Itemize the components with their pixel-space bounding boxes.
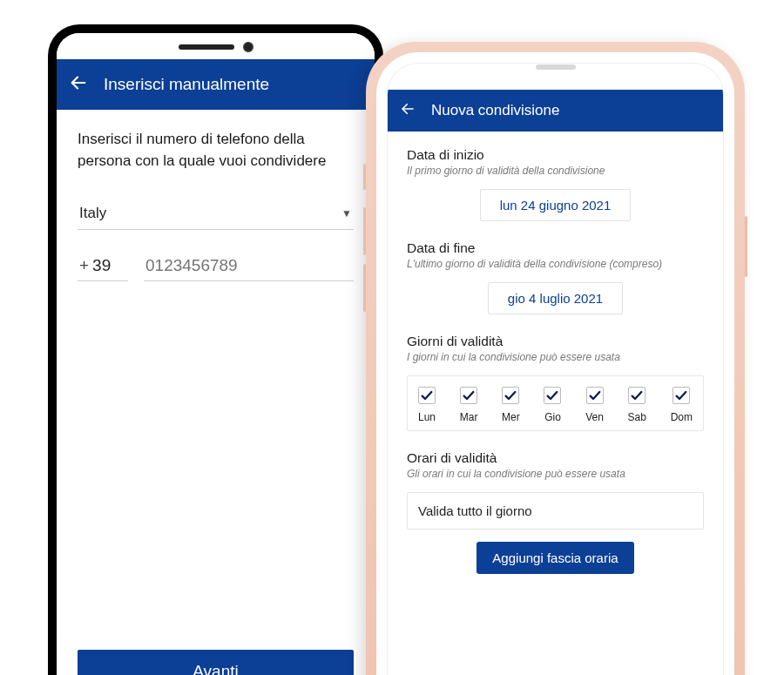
back-icon[interactable] (400, 101, 416, 120)
end-date-label: Data di fine (407, 240, 704, 256)
day-toggle: Gio (544, 387, 561, 423)
country-select-value: Italy (79, 205, 106, 222)
day-label: Ven (585, 411, 604, 423)
dial-code-field[interactable]: + 39 (78, 251, 128, 281)
day-label: Dom (671, 411, 693, 423)
valid-hours-hint: Gli orari in cui la condivisione può ess… (407, 468, 704, 480)
start-date-section: Data di inizio Il primo giorno di validi… (407, 147, 704, 221)
day-label: Lun (418, 411, 436, 423)
day-toggle: Lun (418, 387, 436, 423)
all-day-chip[interactable]: Valida tutto il giorno (407, 492, 704, 530)
instruction-text: Inserisci il numero di telefono della pe… (78, 129, 354, 172)
valid-days-hint: I giorni in cui la condivisione può esse… (407, 351, 704, 363)
valid-days-section: Giorni di validità I giorni in cui la co… (407, 334, 704, 431)
start-date-picker[interactable]: lun 24 giugno 2021 (480, 189, 632, 221)
day-checkbox[interactable] (586, 387, 604, 404)
valid-hours-label: Orari di validità (407, 450, 704, 466)
end-date-picker[interactable]: gio 4 luglio 2021 (488, 282, 623, 314)
iphone-screen: Nuova condivisione Data di inizio Il pri… (387, 63, 724, 675)
day-checkbox[interactable] (460, 387, 477, 404)
phone-camera (243, 42, 253, 52)
app-bar: Nuova condivisione (388, 90, 723, 132)
app-bar-title: Nuova condivisione (431, 102, 559, 119)
day-checkbox[interactable] (418, 387, 436, 404)
end-date-value: gio 4 luglio 2021 (508, 291, 603, 306)
day-toggle: Mer (502, 387, 520, 423)
day-checkbox[interactable] (502, 387, 519, 404)
end-date-section: Data di fine L'ultimo giorno di validità… (407, 240, 704, 314)
valid-hours-section: Orari di validità Gli orari in cui la co… (407, 450, 704, 574)
day-checkbox[interactable] (672, 387, 690, 404)
day-toggle: Mar (460, 387, 478, 423)
plus-sign: + (79, 256, 89, 275)
day-label: Sab (628, 411, 646, 423)
android-phone-frame: Inserisci manualmente Inserisci il numer… (48, 24, 383, 675)
all-day-label: Valida tutto il giorno (418, 503, 532, 518)
dial-code-value: 39 (92, 256, 111, 275)
next-button-label: Avanti (193, 662, 238, 675)
country-select[interactable]: Italy ▼ (78, 196, 354, 230)
next-button[interactable]: Avanti (78, 650, 354, 675)
valid-days-label: Giorni di validità (407, 334, 704, 349)
day-label: Mer (502, 411, 520, 423)
end-date-hint: L'ultimo giorno di validità della condiv… (407, 258, 704, 270)
day-toggle: Dom (671, 387, 693, 423)
day-label: Gio (544, 411, 561, 423)
iphone-frame: Nuova condivisione Data di inizio Il pri… (366, 42, 745, 675)
android-screen: Inserisci manualmente Inserisci il numer… (57, 33, 375, 675)
add-time-slot-label: Aggiungi fascia oraria (492, 550, 618, 565)
start-date-hint: Il primo giorno di validità della condiv… (407, 165, 704, 177)
day-label: Mar (460, 411, 478, 423)
caret-down-icon: ▼ (341, 207, 352, 219)
day-toggle: Sab (628, 387, 646, 423)
add-time-slot-button[interactable]: Aggiungi fascia oraria (476, 542, 633, 574)
app-bar-title: Inserisci manualmente (104, 75, 269, 94)
back-icon[interactable] (69, 73, 88, 96)
phone-number-input[interactable] (144, 251, 354, 281)
start-date-label: Data di inizio (407, 147, 704, 163)
phone-speaker (179, 44, 234, 50)
start-date-value: lun 24 giugno 2021 (500, 198, 612, 213)
day-toggle: Ven (585, 387, 604, 423)
days-row: LunMarMerGioVenSabDom (407, 375, 704, 431)
app-bar: Inserisci manualmente (57, 59, 375, 110)
phone-speaker (536, 64, 576, 70)
day-checkbox[interactable] (544, 387, 561, 404)
day-checkbox[interactable] (628, 387, 645, 404)
